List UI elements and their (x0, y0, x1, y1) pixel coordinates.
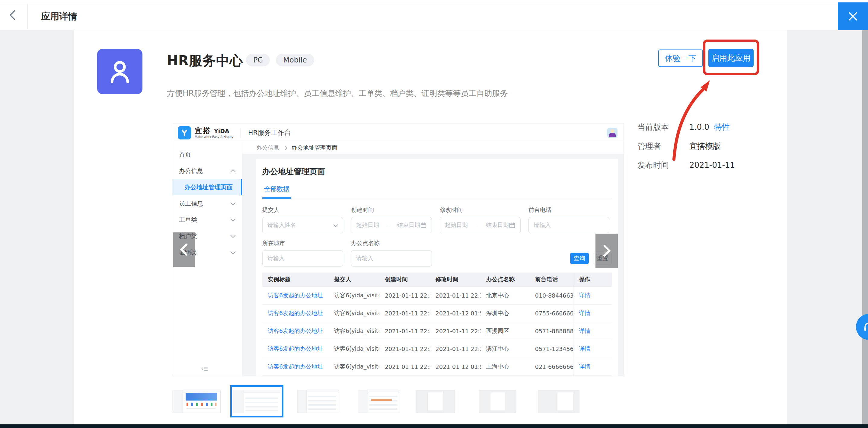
platform-badges: PC Mobile (246, 54, 314, 66)
meta-row-published: 发布时间 2021-01-11 (638, 160, 735, 170)
breadcrumb: 办公信息 办公地址管理页面 (242, 142, 623, 154)
brand-block: 宜搭 YiDA Make Work Easy & Happy (195, 127, 233, 139)
query-button: 查询 (570, 253, 589, 264)
panel-title: 办公地址管理页面 (262, 166, 612, 177)
create-time-range: 起始日期 - 结束日期 (351, 217, 432, 233)
top-border (0, 3, 868, 3)
calendar-icon (420, 222, 427, 228)
badge-pc: PC (246, 54, 270, 66)
yida-logo-icon (178, 126, 191, 140)
screenshot-thumbnail[interactable] (415, 390, 455, 413)
collapse-sidebar-icon (201, 366, 208, 371)
app-screenshot-preview[interactable]: 宜搭 YiDA Make Work Easy & Happy HR服务工作台 首… (172, 123, 624, 376)
user-icon (105, 57, 134, 86)
avatar (607, 128, 618, 138)
chevron-down-icon (230, 233, 236, 238)
filter-phone: 前台电话 请输入 (528, 206, 609, 233)
table-row: 访客6发起的办公地址访客6(yida_visitor_6)2021-01-11 … (262, 322, 612, 340)
meta-row-admin: 管理者 宜搭模版 (638, 141, 735, 151)
select-chevron-icon (334, 222, 338, 227)
office-address-table: 实例标题 提交人 创建时间 修改时间 办公点名称 前台电话 操作 (262, 273, 612, 376)
table-row: 访客6发起的办公地址访客6(yida_visitor_6)2021-01-11 … (262, 304, 612, 322)
submitter-select: 请输入姓名 (262, 217, 343, 233)
app-name: HR服务中心 (167, 52, 243, 70)
screenshot-thumbnail[interactable] (172, 390, 221, 413)
sidebar-item-ticket: 工单类 (172, 212, 242, 228)
filter-submitter: 提交人 请输入姓名 (262, 206, 343, 233)
office-name-input: 请输入 (351, 250, 432, 267)
app-detail-page: 应用详情 HR服务中心 PC Mobile 方便HR服务管理，包括办公地址维护、… (0, 0, 868, 428)
detail-link: 详情 (574, 322, 612, 340)
chevron-down-icon (230, 201, 236, 206)
support-button[interactable] (856, 314, 868, 340)
sidebar-item-home: 首页 (172, 146, 242, 163)
close-button[interactable] (838, 2, 868, 30)
filter-modify-time: 修改时间 起始日期 - 结束日期 (440, 206, 521, 233)
app-meta: 当前版本 1.0.0 特性 管理者 宜搭模版 发布时间 2021-01-11 (638, 122, 735, 179)
chevron-left-icon (180, 243, 192, 256)
table-header-row: 实例标题 提交人 创建时间 修改时间 办公点名称 前台电话 操作 (262, 273, 612, 286)
tab-bar: 全部数据 (262, 185, 612, 199)
detail-link: 详情 (574, 375, 612, 376)
breadcrumb-separator-icon (283, 146, 287, 150)
app-description: 方便HR服务管理，包括办公地址维护、员工信息维护、工单类、档户类、证明类等等员工… (167, 88, 620, 99)
filter-create-time: 创建时间 起始日期 - 结束日期 (351, 206, 432, 233)
enable-app-button[interactable]: 启用此应用 (708, 49, 754, 67)
chevron-up-icon (230, 169, 236, 175)
close-icon (847, 10, 859, 22)
app-icon (97, 49, 143, 94)
table-row: 访客6发起的办公地址访客6(yida_visitor_6)2021-01-11 … (262, 286, 612, 304)
filter-office-name: 办公点名称 请输入 (351, 239, 432, 267)
detail-link: 详情 (574, 304, 612, 322)
screenshot-thumbnail[interactable] (297, 390, 339, 413)
page-scrollbar[interactable] (862, 30, 868, 428)
screenshot-thumbnail-selected[interactable] (230, 385, 283, 418)
next-screenshot-button[interactable] (595, 234, 618, 268)
workspace-title: HR服务工作台 (248, 128, 291, 137)
filter-city: 所在城市 请输入 (262, 239, 343, 267)
badge-mobile: Mobile (276, 54, 314, 66)
screenshot-thumbnail[interactable] (538, 390, 580, 413)
screenshot-thumbnail[interactable] (359, 390, 400, 413)
preview-header: 宜搭 YiDA Make Work Easy & Happy HR服务工作台 (172, 123, 623, 142)
city-input: 请输入 (262, 250, 343, 267)
page-title: 应用详情 (41, 10, 77, 23)
modify-time-range: 起始日期 - 结束日期 (440, 217, 521, 233)
calendar-icon (509, 222, 516, 228)
bottom-bar (0, 424, 868, 428)
table-row: 访客6发起的办公地址访客6(yida_visitor_6)2021-01-11 … (262, 375, 612, 376)
features-link[interactable]: 特性 (714, 122, 730, 132)
back-chevron-icon (9, 10, 20, 20)
try-button[interactable]: 体验一下 (658, 50, 703, 67)
chevron-down-icon (230, 249, 236, 254)
back-button[interactable] (5, 7, 22, 24)
meta-row-version: 当前版本 1.0.0 特性 (638, 122, 735, 132)
headset-icon (862, 320, 868, 334)
office-address-panel: 办公地址管理页面 全部数据 提交人 请输入姓名 (256, 159, 618, 376)
chevron-down-icon (230, 217, 236, 222)
brand-slogan: Make Work Easy & Happy (195, 135, 233, 139)
table-row: 访客6发起的办公地址访客6(yida_visitor_6)2021-01-11 … (262, 358, 612, 375)
detail-link: 详情 (574, 358, 612, 375)
detail-link: 详情 (574, 340, 612, 358)
sidebar-item-employee-info: 员工信息 (172, 195, 242, 212)
chevron-right-icon (598, 244, 611, 257)
detail-link: 详情 (574, 286, 612, 304)
phone-input: 请输入 (528, 217, 609, 233)
sidebar-item-office-info: 办公信息 (172, 163, 242, 179)
screenshot-thumbnail[interactable] (479, 390, 516, 413)
brand-divider (241, 128, 241, 137)
tab-all-data: 全部数据 (262, 185, 291, 198)
previous-screenshot-button[interactable] (173, 233, 195, 267)
sidebar-item-office-address-page: 办公地址管理页面 (172, 179, 242, 195)
table-row: 访客6发起的办公地址访客6(yida_visitor_6)2021-01-11 … (262, 340, 612, 358)
filter-form: 提交人 请输入姓名 创建时间 起始日期 (262, 206, 612, 267)
top-bar: 应用详情 (0, 0, 868, 30)
